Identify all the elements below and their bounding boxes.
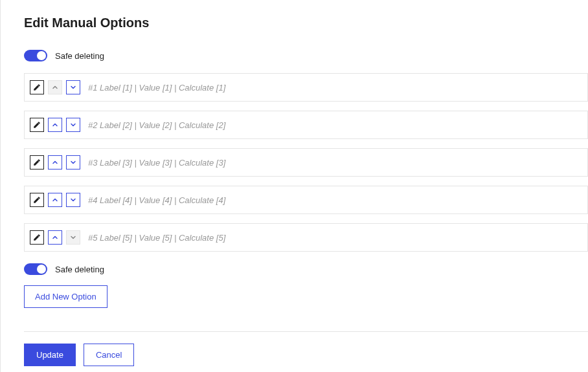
- chevron-down-icon: [69, 234, 77, 241]
- update-button[interactable]: Update: [24, 344, 76, 366]
- edit-button[interactable]: [30, 80, 44, 94]
- options-list: #1 Label [1] | Value [1] | Calculate [1]…: [24, 73, 588, 261]
- chevron-up-icon: [51, 196, 59, 204]
- option-summary: #1 Label [1] | Value [1] | Calculate [1]: [88, 83, 225, 93]
- divider: [24, 331, 588, 332]
- safe-deleting-toggle-row-bottom: Safe deleting: [24, 263, 588, 275]
- chevron-up-icon: [51, 83, 59, 91]
- chevron-up-icon: [51, 234, 59, 241]
- pencil-icon: [33, 83, 41, 91]
- option-row: #2 Label [2] | Value [2] | Calculate [2]: [24, 111, 588, 139]
- edit-button[interactable]: [30, 118, 44, 132]
- option-summary: #5 Label [5] | Value [5] | Calculate [5]: [88, 233, 225, 243]
- pencil-icon: [33, 159, 41, 166]
- move-down-button[interactable]: [66, 193, 80, 207]
- option-row: #4 Label [4] | Value [4] | Calculate [4]: [24, 186, 588, 214]
- chevron-down-icon: [69, 196, 77, 204]
- safe-deleting-label: Safe deleting: [55, 51, 104, 61]
- edit-button[interactable]: [30, 193, 44, 207]
- edit-button[interactable]: [30, 230, 44, 245]
- pencil-icon: [33, 234, 41, 241]
- safe-deleting-toggle[interactable]: [24, 50, 47, 61]
- footer-actions: Update Cancel: [24, 344, 588, 366]
- chevron-up-icon: [51, 159, 59, 166]
- move-up-button[interactable]: [48, 118, 62, 132]
- chevron-up-icon: [51, 121, 59, 129]
- option-row: #5 Label [5] | Value [5] | Calculate [5]: [24, 223, 588, 252]
- chevron-down-icon: [69, 159, 77, 166]
- move-up-button[interactable]: [48, 193, 62, 207]
- safe-deleting-label: Safe deleting: [55, 265, 104, 274]
- option-summary: #2 Label [2] | Value [2] | Calculate [2]: [88, 120, 225, 130]
- move-down-button: [66, 230, 80, 245]
- chevron-down-icon: [69, 121, 77, 129]
- cancel-button[interactable]: Cancel: [84, 344, 134, 366]
- option-row: #3 Label [3] | Value [3] | Calculate [3]: [24, 148, 588, 177]
- chevron-down-icon: [69, 83, 77, 91]
- move-up-button: [48, 80, 62, 94]
- add-new-option-button[interactable]: Add New Option: [24, 285, 107, 308]
- pencil-icon: [33, 121, 41, 129]
- safe-deleting-toggle-row-top: Safe deleting: [24, 50, 588, 61]
- option-row: #1 Label [1] | Value [1] | Calculate [1]: [24, 73, 588, 102]
- move-down-button[interactable]: [66, 80, 80, 94]
- pencil-icon: [33, 196, 41, 204]
- move-up-button[interactable]: [48, 155, 62, 170]
- move-up-button[interactable]: [48, 230, 62, 245]
- option-summary: #3 Label [3] | Value [3] | Calculate [3]: [88, 158, 225, 168]
- move-down-button[interactable]: [66, 118, 80, 132]
- move-down-button[interactable]: [66, 155, 80, 170]
- page-title: Edit Manual Options: [24, 16, 588, 30]
- safe-deleting-toggle[interactable]: [24, 263, 47, 275]
- option-summary: #4 Label [4] | Value [4] | Calculate [4]: [88, 195, 225, 205]
- edit-button[interactable]: [30, 155, 44, 170]
